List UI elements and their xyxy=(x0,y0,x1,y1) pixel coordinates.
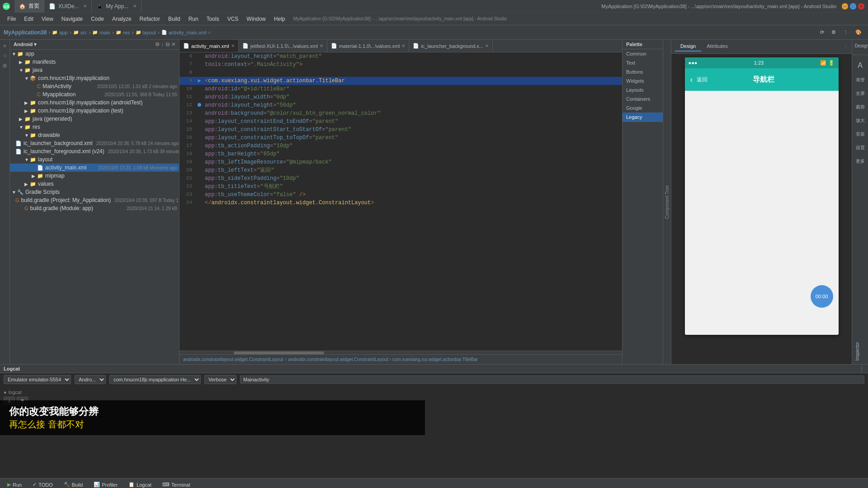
platform-select[interactable]: Andro... xyxy=(75,375,106,384)
extra-btn-zoom[interactable]: 放大 xyxy=(854,116,867,126)
tree-arrow-values[interactable]: ▶ xyxy=(24,182,30,187)
tree-arrow-package[interactable]: ▼ xyxy=(24,76,30,81)
profiler-button[interactable]: 📊 Profiler xyxy=(90,481,121,488)
tree-item-myapplication[interactable]: ▶ C Myapplication 2020/10/5 11:55, 368 B… xyxy=(10,90,179,99)
menu-file[interactable]: File xyxy=(4,15,19,23)
extra-btn-more[interactable]: 更多 xyxy=(854,156,867,166)
tree-item-res[interactable]: ▼ 📁 res xyxy=(10,123,179,131)
tab-activity-main-close[interactable]: ✕ xyxy=(231,43,235,48)
extra-btn-design[interactable]: Design xyxy=(854,42,867,50)
extra-btn-inspector[interactable]: Inspector xyxy=(854,340,867,362)
tree-arrow-layout[interactable]: ▼ xyxy=(24,157,30,162)
tab-xuidev[interactable]: 📄 XUIDe... ✕ xyxy=(44,0,92,13)
extra-btn-crop[interactable]: 裁剪 xyxy=(854,102,867,112)
tab-jetified-xui[interactable]: 📄 jetified-XUI-1.1.5\...\values.xml ✕ xyxy=(239,40,327,52)
menu-help[interactable]: Help xyxy=(270,15,289,23)
logcat-button[interactable]: 📋 Logcat xyxy=(125,481,155,488)
tree-item-test[interactable]: ▶ 📁 com.hnucm18jr.myapplication (test) xyxy=(10,107,179,115)
attributes-tab[interactable]: Attributes xyxy=(701,42,733,52)
tree-item-manifests[interactable]: ▶ 📁 manifests xyxy=(10,58,179,66)
device-panel-more[interactable]: ⋮ xyxy=(843,44,848,50)
tree-arrow-manifests[interactable]: ▶ xyxy=(19,60,24,65)
tree-arrow-app[interactable]: ▼ xyxy=(12,52,17,56)
tab-xuidev-close[interactable]: ✕ xyxy=(83,4,87,9)
tree-arrow-drawable[interactable]: ▼ xyxy=(24,133,30,138)
menu-analyze[interactable]: Analyze xyxy=(108,15,135,23)
palette-containers[interactable]: Containers xyxy=(623,94,663,103)
sidebar-sort-icon[interactable]: ↕ xyxy=(161,42,164,47)
tab-jetified-close[interactable]: ✕ xyxy=(320,43,323,48)
sidebar-gear-icon[interactable]: ⚙ xyxy=(155,42,160,47)
level-select[interactable]: Verbose xyxy=(204,375,236,384)
minimize-button[interactable]: ─ xyxy=(842,3,848,9)
tree-item-app[interactable]: ▼ 📁 app xyxy=(10,50,179,58)
android-dropdown[interactable]: Android ▾ xyxy=(14,42,37,47)
tree-item-java[interactable]: ▼ 📁 java xyxy=(10,66,179,74)
status-titlebar[interactable]: androidx.constraintlayout.widget.Constra… xyxy=(288,357,478,362)
tab-activity-main[interactable]: 📄 activity_main.xml ✕ xyxy=(179,40,239,52)
palette-icon-btn[interactable]: 🎨 xyxy=(853,28,864,36)
phone-back-button[interactable]: ‹ xyxy=(690,75,693,84)
extra-btn-fullscreen[interactable]: 全屏 xyxy=(854,89,867,99)
tree-item-gradle-scripts[interactable]: ▼ 🔧 Gradle Scripts xyxy=(10,188,179,196)
tab-material[interactable]: 📄 material-1.1.0\...\values.xml ✕ xyxy=(327,40,410,52)
menu-build[interactable]: Build xyxy=(165,15,184,23)
sidebar-collapse-icon[interactable]: ⊟ xyxy=(165,42,170,47)
palette-layouts[interactable]: Layouts xyxy=(623,85,663,94)
favorites-btn[interactable]: ☆ xyxy=(1,52,9,60)
variants-btn[interactable]: ⊞ xyxy=(1,61,9,70)
palette-legacy[interactable]: Legacy xyxy=(623,113,663,122)
menu-run[interactable]: Run xyxy=(185,15,202,23)
maximize-button[interactable]: □ xyxy=(850,3,856,9)
tree-item-androidtest[interactable]: ▶ 📁 com.hnucm18jr.myapplication (android… xyxy=(10,99,179,107)
tree-item-build-gradle-mod[interactable]: ▶ G build.gradle (Module: app) 2020/10/4… xyxy=(10,204,179,212)
scrollbar-h-thumb[interactable] xyxy=(234,352,324,354)
tree-item-mipmap[interactable]: ▶ 📁 mipmap xyxy=(10,172,179,180)
tab-myapp-close[interactable]: ✕ xyxy=(133,4,137,9)
menu-window[interactable]: Window xyxy=(243,15,269,23)
palette-buttons[interactable]: Buttons xyxy=(623,67,663,76)
more-button[interactable]: ⋮ xyxy=(840,28,851,36)
tree-arrow-mipmap[interactable]: ▶ xyxy=(32,174,37,178)
tree-item-drawable[interactable]: ▼ 📁 drawable xyxy=(10,131,179,139)
tree-arrow-java[interactable]: ▼ xyxy=(19,68,24,73)
project-name[interactable]: MyApplication38 xyxy=(4,29,47,36)
palette-widgets[interactable]: Widgets xyxy=(623,76,663,85)
tab-material-close[interactable]: ✕ xyxy=(401,43,405,48)
extra-btn-install[interactable]: 安装 xyxy=(854,129,867,139)
tree-arrow-res[interactable]: ▼ xyxy=(19,125,24,130)
tab-myapp[interactable]: 📱 My App... ✕ xyxy=(92,0,142,13)
terminal-button[interactable]: ⌨ Terminal xyxy=(159,481,194,488)
tree-item-layout[interactable]: ▼ 📁 layout xyxy=(10,155,179,164)
tab-ic-launcher-close[interactable]: ✕ xyxy=(485,43,489,48)
breadcrumb-app[interactable]: app xyxy=(59,30,67,35)
tree-arrow-androidtest[interactable]: ▶ xyxy=(24,100,30,105)
tree-arrow-gradle[interactable]: ▼ xyxy=(12,190,17,195)
extra-btn-gradient[interactable]: 渐变 xyxy=(854,75,867,85)
extra-btn-settings[interactable]: 设置 xyxy=(854,143,867,153)
menu-navigate[interactable]: Navigate xyxy=(58,15,86,23)
tree-item-ic-bg[interactable]: ▶ 📄 ic_launcher_background.xml 2020/10/4… xyxy=(10,139,179,147)
todo-button[interactable]: ✓ TODO xyxy=(29,481,57,488)
breadcrumb-src[interactable]: src xyxy=(80,30,87,35)
emulator-select[interactable]: Emulator emulator-5554 xyxy=(4,375,71,384)
menu-tools[interactable]: Tools xyxy=(203,15,223,23)
tree-item-java-gen[interactable]: ▶ 📁 java (generated) xyxy=(10,115,179,123)
run-button[interactable]: ▶ Run xyxy=(4,481,25,488)
logcat-more-btn[interactable]: ⋮ xyxy=(859,366,864,372)
palette-text[interactable]: Text xyxy=(623,58,663,67)
close-button[interactable]: ✕ xyxy=(858,3,864,9)
phone-timer-button[interactable]: 00:00 xyxy=(811,285,833,308)
sidebar-close-icon[interactable]: ✕ xyxy=(171,42,175,47)
tree-item-ic-fg[interactable]: ▶ 📄 ic_launcher_foreground.xml (v24) 202… xyxy=(10,147,179,155)
palette-common[interactable]: Common xyxy=(623,49,663,58)
tree-arrow-test[interactable]: ▶ xyxy=(24,108,30,113)
breadcrumb-main[interactable]: main xyxy=(99,30,110,35)
tree-item-values[interactable]: ▶ 📁 values xyxy=(10,180,179,188)
code-editor[interactable]: 6 android:layout_height="match_parent" 7… xyxy=(179,52,622,351)
tree-item-activity-main[interactable]: ▶ 📄 activity_main.xml 2020/10/5 13:23, 1… xyxy=(10,164,179,172)
menu-vcs[interactable]: VCS xyxy=(224,15,242,23)
extra-btn-attr[interactable]: A xyxy=(854,60,867,71)
menu-edit[interactable]: Edit xyxy=(20,15,37,23)
menu-code[interactable]: Code xyxy=(87,15,108,23)
